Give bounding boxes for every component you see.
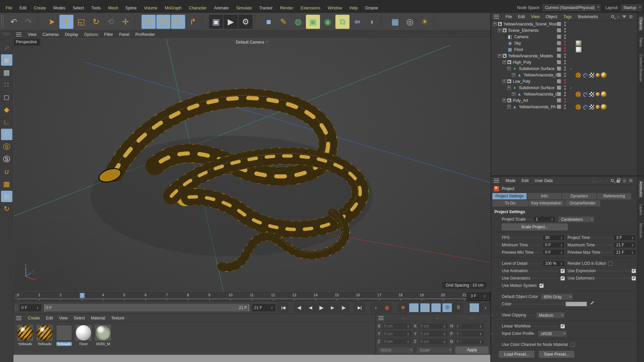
menu-edit[interactable]: Edit (16, 5, 30, 11)
material-item[interactable]: Floor (75, 325, 92, 346)
spinner-icon[interactable] (444, 323, 446, 329)
tree-row[interactable]: ▲YellowAnaconda_HP (491, 72, 637, 78)
color-swatch[interactable] (566, 302, 587, 306)
material-tag-icon[interactable] (601, 104, 606, 110)
expander-icon[interactable] (507, 86, 511, 89)
spinner-icon[interactable] (408, 323, 410, 329)
phong-tag-icon[interactable] (596, 92, 600, 96)
palette-drag-handle[interactable] (3, 32, 10, 35)
uv-tag-icon[interactable] (589, 92, 594, 97)
live-selection-icon[interactable]: ➤ (45, 15, 59, 29)
move-tool-icon[interactable]: ✛ (59, 15, 73, 29)
expander-icon[interactable] (502, 79, 506, 83)
floor-object-icon[interactable]: ▦ (388, 15, 402, 29)
edge-mode-icon[interactable]: ◻ (1, 92, 12, 103)
coord-rotation-p-field[interactable]: 0 ° (455, 330, 484, 337)
new-panel-icon[interactable]: ⊞ (629, 178, 633, 183)
layer-toggle-icon[interactable] (557, 79, 561, 83)
menu-render[interactable]: Render (277, 5, 296, 11)
material-menu-create[interactable]: Create (25, 315, 43, 321)
input-color-profile-expander[interactable]: › (492, 331, 493, 336)
fps-field[interactable]: 30 (543, 235, 565, 241)
tree-row[interactable]: ▲YellowAnaconda_LP (491, 91, 637, 97)
layer-toggle-icon[interactable] (557, 73, 561, 77)
load-preset-button[interactable]: Load Preset... (499, 351, 534, 358)
fields-icon[interactable]: ⇻ (350, 15, 364, 29)
viewport-menu-filter[interactable]: Filter (101, 32, 116, 38)
record-point-level-icon[interactable]: ⠿ (453, 303, 463, 312)
side-tab-attributes[interactable]: Attributes (638, 180, 644, 198)
record-keyframe-icon[interactable]: ● (371, 303, 381, 312)
visibility-dots[interactable] (564, 105, 566, 109)
layer-toggle-icon[interactable] (557, 47, 561, 52)
node-space-dropdown[interactable]: Current (Standard/Physical) (542, 4, 600, 11)
object-menu-tags[interactable]: Tags (560, 14, 575, 20)
menu-window[interactable]: Window (325, 5, 345, 11)
spinner-icon[interactable] (480, 339, 483, 344)
attribute-menu-edit[interactable]: Edit (519, 178, 532, 184)
material-item[interactable]: HDRI_M (95, 325, 111, 346)
make-editable-icon[interactable]: ⬀ (1, 42, 12, 53)
tab-octanerender[interactable]: OctaneRender (565, 200, 600, 206)
layer-toggle-icon[interactable] (557, 54, 561, 58)
keyframe-selection-icon[interactable]: ⚙ (398, 303, 408, 312)
save-preset-button[interactable]: Save Preset... (539, 351, 574, 358)
object-menu-edit[interactable]: Edit (515, 14, 528, 20)
texture-mode-icon[interactable]: ▩ (1, 67, 12, 78)
material-menu-edit[interactable]: Edit (43, 315, 56, 321)
project-time-field[interactable]: 3 F (614, 235, 636, 241)
spinner-icon[interactable] (480, 331, 483, 337)
layer-toggle-icon[interactable] (557, 105, 561, 109)
last-tool-icon[interactable]: ⟲ (104, 15, 118, 29)
side-tab-takes[interactable]: Takes (638, 36, 644, 48)
weights-tag-icon[interactable] (582, 72, 588, 78)
visibility-dots[interactable] (564, 66, 566, 71)
expand-arrow-icon[interactable]: › (480, 303, 490, 312)
visibility-dots[interactable] (564, 98, 566, 103)
current-frame-field[interactable]: 3 F (468, 292, 489, 300)
menu-simulate[interactable]: Simulate (233, 5, 255, 11)
magnet-snap-icon[interactable]: ∪ (1, 166, 12, 177)
coord-rotation-h-field[interactable]: 0 ° (455, 323, 484, 329)
tree-row[interactable]: ◉Sky (491, 40, 637, 46)
menu-spline[interactable]: Spline (122, 5, 140, 11)
layer-toggle-icon[interactable] (557, 92, 561, 96)
texture-tag-thumbnail[interactable] (576, 47, 582, 53)
rotate-tool-icon[interactable]: ↻ (89, 15, 103, 29)
use-generators-checkbox[interactable] (560, 276, 565, 281)
expander-icon[interactable] (502, 99, 506, 102)
expander-icon[interactable] (512, 92, 516, 96)
layer-toggle-icon[interactable] (557, 98, 561, 103)
redo-icon[interactable]: ↷ (21, 15, 36, 29)
use-deformers-checkbox[interactable] (632, 276, 636, 281)
coord-position-z-field[interactable]: 0 cm (382, 338, 412, 345)
menu-volume[interactable]: Volume (141, 5, 160, 11)
project-scale-field[interactable]: 1 (533, 216, 555, 222)
tree-row[interactable]: High_Poly (491, 59, 637, 65)
phong-tag-icon[interactable] (596, 73, 600, 77)
viewport-hamburger-icon[interactable] (16, 33, 21, 37)
goto-start-icon[interactable]: |◀ (278, 303, 288, 312)
uv-tag-icon[interactable] (589, 104, 594, 110)
tab-to-do[interactable]: To Do (492, 200, 528, 206)
layout-dropdown[interactable]: Startup (621, 4, 642, 11)
coord-position-x-field[interactable]: 0 cm (382, 323, 412, 329)
input-color-profile-dropdown[interactable]: sRGB (538, 330, 567, 337)
frame-spinner[interactable]: 0 F (19, 304, 42, 312)
point-mode-icon[interactable]: ∷ (1, 79, 12, 90)
transport-drag-handle[interactable] (15, 304, 17, 311)
expander-icon[interactable] (498, 28, 501, 32)
spinner-icon[interactable] (444, 339, 446, 344)
texture-tag-thumbnail[interactable] (576, 40, 582, 46)
project-scale-unit-dropdown[interactable]: Centimeters (558, 216, 594, 223)
visibility-dots[interactable] (564, 22, 566, 26)
tree-row[interactable]: ◧Camera (491, 34, 637, 40)
material-item[interactable]: YellowAr (36, 325, 53, 346)
cloner-icon[interactable]: ⧉ (335, 15, 350, 29)
material-tag-icon[interactable] (601, 92, 606, 97)
coord-scale-y-field[interactable]: 0 cm (419, 330, 448, 337)
record-parameter-icon[interactable]: Ⓟ (442, 303, 452, 312)
node-material-checkbox[interactable] (571, 343, 575, 347)
attribute-search-icon[interactable] (611, 179, 614, 182)
viewport-menu-panel[interactable]: Panel (116, 32, 132, 38)
